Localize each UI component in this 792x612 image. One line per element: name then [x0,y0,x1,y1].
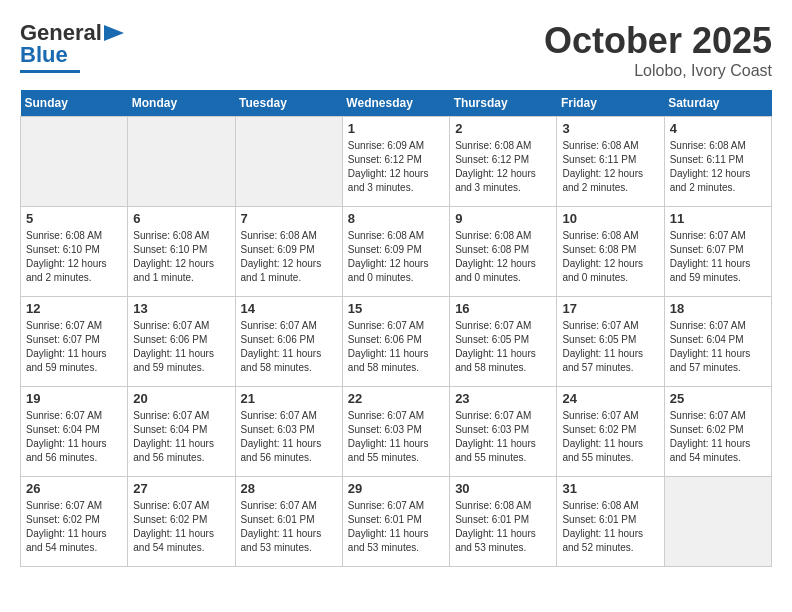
day-info: Sunrise: 6:07 AMSunset: 6:05 PMDaylight:… [562,319,658,375]
day-number: 2 [455,121,551,136]
day-number: 5 [26,211,122,226]
day-info: Sunrise: 6:07 AMSunset: 6:02 PMDaylight:… [133,499,229,555]
calendar-cell [235,117,342,207]
day-number: 13 [133,301,229,316]
day-info: Sunrise: 6:07 AMSunset: 6:05 PMDaylight:… [455,319,551,375]
page-header: General Blue October 2025 Lolobo, Ivory … [20,20,772,80]
calendar-cell: 27Sunrise: 6:07 AMSunset: 6:02 PMDayligh… [128,477,235,567]
day-number: 23 [455,391,551,406]
day-info: Sunrise: 6:07 AMSunset: 6:06 PMDaylight:… [241,319,337,375]
day-info: Sunrise: 6:08 AMSunset: 6:09 PMDaylight:… [348,229,444,285]
month-title: October 2025 [544,20,772,62]
day-number: 30 [455,481,551,496]
calendar-cell: 21Sunrise: 6:07 AMSunset: 6:03 PMDayligh… [235,387,342,477]
day-info: Sunrise: 6:08 AMSunset: 6:11 PMDaylight:… [670,139,766,195]
day-info: Sunrise: 6:07 AMSunset: 6:06 PMDaylight:… [133,319,229,375]
day-number: 15 [348,301,444,316]
weekday-header: Saturday [664,90,771,117]
day-number: 3 [562,121,658,136]
day-number: 29 [348,481,444,496]
title-block: October 2025 Lolobo, Ivory Coast [544,20,772,80]
day-info: Sunrise: 6:08 AMSunset: 6:11 PMDaylight:… [562,139,658,195]
day-info: Sunrise: 6:08 AMSunset: 6:12 PMDaylight:… [455,139,551,195]
logo-underline [20,70,80,73]
calendar-cell: 5Sunrise: 6:08 AMSunset: 6:10 PMDaylight… [21,207,128,297]
calendar-cell: 23Sunrise: 6:07 AMSunset: 6:03 PMDayligh… [450,387,557,477]
day-number: 6 [133,211,229,226]
calendar-cell: 9Sunrise: 6:08 AMSunset: 6:08 PMDaylight… [450,207,557,297]
logo: General Blue [20,20,124,73]
calendar-cell: 20Sunrise: 6:07 AMSunset: 6:04 PMDayligh… [128,387,235,477]
day-number: 11 [670,211,766,226]
day-info: Sunrise: 6:07 AMSunset: 6:04 PMDaylight:… [670,319,766,375]
location-label: Lolobo, Ivory Coast [544,62,772,80]
calendar-cell: 1Sunrise: 6:09 AMSunset: 6:12 PMDaylight… [342,117,449,207]
weekday-header: Thursday [450,90,557,117]
calendar-cell: 12Sunrise: 6:07 AMSunset: 6:07 PMDayligh… [21,297,128,387]
day-number: 7 [241,211,337,226]
calendar-cell: 8Sunrise: 6:08 AMSunset: 6:09 PMDaylight… [342,207,449,297]
calendar-cell: 31Sunrise: 6:08 AMSunset: 6:01 PMDayligh… [557,477,664,567]
calendar-cell: 3Sunrise: 6:08 AMSunset: 6:11 PMDaylight… [557,117,664,207]
calendar-cell [664,477,771,567]
calendar-cell: 15Sunrise: 6:07 AMSunset: 6:06 PMDayligh… [342,297,449,387]
day-info: Sunrise: 6:07 AMSunset: 6:03 PMDaylight:… [455,409,551,465]
day-number: 22 [348,391,444,406]
calendar-cell: 2Sunrise: 6:08 AMSunset: 6:12 PMDaylight… [450,117,557,207]
calendar-cell: 7Sunrise: 6:08 AMSunset: 6:09 PMDaylight… [235,207,342,297]
day-number: 25 [670,391,766,406]
day-number: 26 [26,481,122,496]
day-number: 12 [26,301,122,316]
day-number: 20 [133,391,229,406]
day-number: 24 [562,391,658,406]
calendar-cell: 14Sunrise: 6:07 AMSunset: 6:06 PMDayligh… [235,297,342,387]
calendar-cell: 26Sunrise: 6:07 AMSunset: 6:02 PMDayligh… [21,477,128,567]
calendar-cell [21,117,128,207]
weekday-header: Monday [128,90,235,117]
day-number: 31 [562,481,658,496]
calendar-cell: 17Sunrise: 6:07 AMSunset: 6:05 PMDayligh… [557,297,664,387]
calendar-cell: 25Sunrise: 6:07 AMSunset: 6:02 PMDayligh… [664,387,771,477]
day-info: Sunrise: 6:08 AMSunset: 6:08 PMDaylight:… [562,229,658,285]
calendar-cell: 16Sunrise: 6:07 AMSunset: 6:05 PMDayligh… [450,297,557,387]
day-number: 9 [455,211,551,226]
day-number: 16 [455,301,551,316]
calendar-cell: 28Sunrise: 6:07 AMSunset: 6:01 PMDayligh… [235,477,342,567]
calendar-cell: 6Sunrise: 6:08 AMSunset: 6:10 PMDaylight… [128,207,235,297]
day-info: Sunrise: 6:07 AMSunset: 6:02 PMDaylight:… [562,409,658,465]
day-number: 14 [241,301,337,316]
day-info: Sunrise: 6:07 AMSunset: 6:02 PMDaylight:… [670,409,766,465]
weekday-header: Wednesday [342,90,449,117]
calendar-cell: 29Sunrise: 6:07 AMSunset: 6:01 PMDayligh… [342,477,449,567]
day-info: Sunrise: 6:07 AMSunset: 6:07 PMDaylight:… [26,319,122,375]
day-number: 4 [670,121,766,136]
calendar-cell [128,117,235,207]
day-info: Sunrise: 6:08 AMSunset: 6:10 PMDaylight:… [26,229,122,285]
calendar-table: SundayMondayTuesdayWednesdayThursdayFrid… [20,90,772,567]
logo-arrow-icon [104,25,124,41]
calendar-cell: 19Sunrise: 6:07 AMSunset: 6:04 PMDayligh… [21,387,128,477]
day-info: Sunrise: 6:08 AMSunset: 6:08 PMDaylight:… [455,229,551,285]
day-info: Sunrise: 6:08 AMSunset: 6:09 PMDaylight:… [241,229,337,285]
day-number: 18 [670,301,766,316]
day-number: 27 [133,481,229,496]
calendar-cell: 10Sunrise: 6:08 AMSunset: 6:08 PMDayligh… [557,207,664,297]
day-info: Sunrise: 6:07 AMSunset: 6:04 PMDaylight:… [133,409,229,465]
calendar-cell: 22Sunrise: 6:07 AMSunset: 6:03 PMDayligh… [342,387,449,477]
weekday-header: Friday [557,90,664,117]
day-info: Sunrise: 6:07 AMSunset: 6:03 PMDaylight:… [348,409,444,465]
day-info: Sunrise: 6:09 AMSunset: 6:12 PMDaylight:… [348,139,444,195]
day-number: 10 [562,211,658,226]
calendar-cell: 18Sunrise: 6:07 AMSunset: 6:04 PMDayligh… [664,297,771,387]
day-number: 17 [562,301,658,316]
calendar-cell: 4Sunrise: 6:08 AMSunset: 6:11 PMDaylight… [664,117,771,207]
day-number: 1 [348,121,444,136]
day-info: Sunrise: 6:07 AMSunset: 6:04 PMDaylight:… [26,409,122,465]
logo-text-blue: Blue [20,42,68,68]
day-info: Sunrise: 6:07 AMSunset: 6:03 PMDaylight:… [241,409,337,465]
day-number: 8 [348,211,444,226]
svg-marker-0 [104,25,124,41]
day-number: 21 [241,391,337,406]
day-info: Sunrise: 6:07 AMSunset: 6:07 PMDaylight:… [670,229,766,285]
weekday-header: Sunday [21,90,128,117]
